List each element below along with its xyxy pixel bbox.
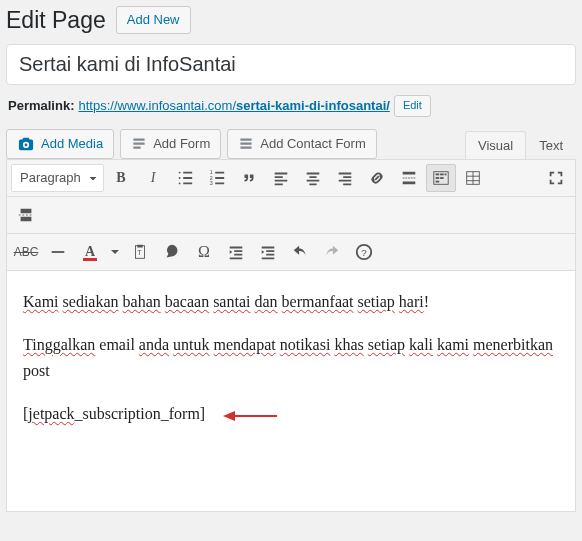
align-center-button[interactable] <box>298 164 328 192</box>
arrow-annotation-icon <box>223 409 277 423</box>
add-form-button[interactable]: Add Form <box>120 129 221 159</box>
editor-content[interactable]: Kami sediakan bahan bacaan santai dan be… <box>7 271 575 511</box>
align-right-button[interactable] <box>330 164 360 192</box>
tab-visual[interactable]: Visual <box>465 131 526 159</box>
add-contact-form-label: Add Contact Form <box>260 136 366 151</box>
text-color-button[interactable]: A <box>75 238 105 266</box>
clear-formatting-button[interactable] <box>157 238 187 266</box>
content-paragraph-3: [jetpack_subscription_form] <box>23 401 559 427</box>
permalink-row: Permalink: https://www.infosantai.com/se… <box>8 95 576 116</box>
align-left-button[interactable] <box>266 164 296 192</box>
content-paragraph-1: Kami sediakan bahan bacaan santai dan be… <box>23 289 559 315</box>
outdent-button[interactable] <box>221 238 251 266</box>
link-button[interactable] <box>362 164 392 192</box>
page-title: Edit Page <box>6 7 106 34</box>
svg-rect-4 <box>436 173 440 175</box>
svg-text:?: ? <box>361 246 367 257</box>
svg-rect-8 <box>440 177 444 179</box>
add-form-label: Add Form <box>153 136 210 151</box>
special-char-button[interactable]: Ω <box>189 238 219 266</box>
content-paragraph-2: Tinggalkan email anda untuk mendapat not… <box>23 332 559 383</box>
contact-form-icon <box>238 136 254 152</box>
fullscreen-button[interactable] <box>541 164 571 192</box>
toolbar-row-2 <box>7 197 575 234</box>
svg-rect-6 <box>445 173 447 175</box>
form-icon <box>131 136 147 152</box>
editor-box: Paragraph B I 123 ABC A <box>6 159 576 512</box>
table-button[interactable] <box>458 164 488 192</box>
add-media-label: Add Media <box>41 136 103 151</box>
indent-button[interactable] <box>253 238 283 266</box>
svg-rect-9 <box>436 180 440 182</box>
bullet-list-button[interactable] <box>170 164 200 192</box>
format-select[interactable]: Paragraph <box>11 164 104 192</box>
read-more-button[interactable] <box>394 164 424 192</box>
text-color-dropdown[interactable] <box>107 238 123 266</box>
strikethrough-button[interactable]: ABC <box>11 238 41 266</box>
svg-rect-11 <box>52 251 65 253</box>
undo-button[interactable] <box>285 238 315 266</box>
post-title-input[interactable] <box>6 44 576 85</box>
horizontal-rule-button[interactable] <box>43 238 73 266</box>
add-new-button[interactable]: Add New <box>116 6 191 34</box>
tab-text[interactable]: Text <box>526 131 576 159</box>
svg-rect-7 <box>436 177 440 179</box>
page-break-button[interactable] <box>11 201 41 229</box>
svg-text:T: T <box>137 247 142 256</box>
toolbar-row-1: Paragraph B I 123 <box>7 160 575 197</box>
ordered-list-button[interactable]: 123 <box>202 164 232 192</box>
add-contact-form-button[interactable]: Add Contact Form <box>227 129 377 159</box>
svg-rect-5 <box>440 173 444 175</box>
redo-button[interactable] <box>317 238 347 266</box>
permalink-link[interactable]: https://www.infosantai.com/sertai-kami-d… <box>78 98 389 113</box>
svg-text:3: 3 <box>210 180 213 186</box>
editor-tabs: Visual Text <box>465 131 576 160</box>
svg-marker-18 <box>223 411 235 421</box>
toolbar-toggle-button[interactable] <box>426 164 456 192</box>
add-media-button[interactable]: Add Media <box>6 129 114 159</box>
help-button[interactable]: ? <box>349 238 379 266</box>
bold-button[interactable]: B <box>106 164 136 192</box>
paste-text-button[interactable]: T <box>125 238 155 266</box>
toolbar-row-3: ABC A T Ω ? <box>7 234 575 271</box>
permalink-label: Permalink: <box>8 98 74 113</box>
permalink-edit-button[interactable]: Edit <box>394 95 431 116</box>
blockquote-button[interactable] <box>234 164 264 192</box>
italic-button[interactable]: I <box>138 164 168 192</box>
camera-icon <box>17 136 35 152</box>
